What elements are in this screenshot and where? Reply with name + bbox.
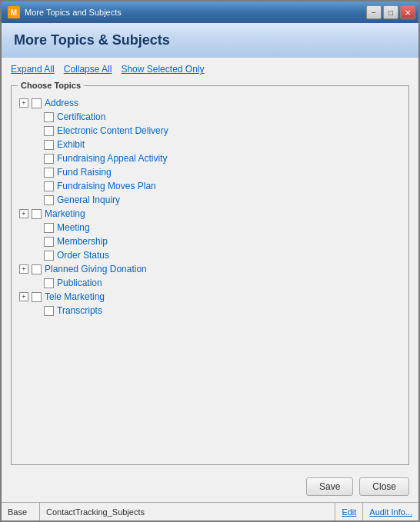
checkbox-membership[interactable] — [44, 237, 54, 247]
label-certification[interactable]: Certification — [57, 111, 105, 123]
status-bar: Base ContactTracking_Subjects Edit Audit… — [2, 502, 418, 520]
status-base-label: Base — [2, 503, 40, 520]
main-window: M More Topics and Subjects − □ ✕ More To… — [0, 0, 420, 522]
expand-placeholder — [32, 126, 41, 135]
tree-item-marketing: + Marketing — [18, 207, 402, 221]
tree-item-fundraising-appeal-activity: Fundraising Appeal Activity — [18, 151, 402, 165]
expand-placeholder — [32, 154, 41, 163]
tree-item-transcripts: Transcripts — [18, 304, 402, 318]
expand-placeholder — [32, 306, 41, 315]
button-bar: Save Close — [2, 471, 418, 502]
page-title: More Topics & Subjects — [14, 32, 406, 48]
checkbox-exhibit[interactable] — [44, 140, 54, 150]
collapse-all-link[interactable]: Collapse All — [64, 64, 112, 75]
expand-tele-marketing-button[interactable]: + — [19, 292, 28, 301]
checkbox-electronic-content-delivery[interactable] — [44, 126, 54, 136]
window-content: Expand All Collapse All Show Selected On… — [2, 58, 418, 471]
label-fund-raising[interactable]: Fund Raising — [57, 166, 112, 178]
label-address[interactable]: Address — [45, 97, 78, 109]
topics-fieldset: Choose Topics + Address Certification — [11, 81, 409, 465]
tree-item-tele-marketing: + Tele Marketing — [18, 290, 402, 304]
tree-item-planned-giving-donation: + Planned Giving Donation — [18, 262, 402, 276]
tree-item-meeting: Meeting — [18, 221, 402, 234]
checkbox-transcripts[interactable] — [44, 306, 54, 316]
title-bar-text: More Topics and Subjects — [25, 8, 122, 17]
tree-container: + Address Certification Electronic Conte… — [18, 93, 402, 321]
close-window-button[interactable]: ✕ — [400, 5, 415, 19]
checkbox-meeting[interactable] — [44, 223, 54, 233]
tree-item-fund-raising: Fund Raising — [18, 165, 402, 179]
tree-item-electronic-content-delivery: Electronic Content Delivery — [18, 124, 402, 138]
save-button[interactable]: Save — [306, 477, 353, 496]
window-header: More Topics & Subjects — [2, 23, 418, 58]
expand-placeholder — [32, 140, 41, 149]
label-publication[interactable]: Publication — [57, 277, 102, 289]
maximize-button[interactable]: □ — [383, 5, 398, 19]
label-transcripts[interactable]: Transcripts — [57, 304, 102, 317]
tree-item-exhibit: Exhibit — [18, 138, 402, 151]
tree-item-order-status: Order Status — [18, 248, 402, 262]
checkbox-planned-giving-donation[interactable] — [32, 264, 42, 274]
checkbox-tele-marketing[interactable] — [32, 292, 42, 302]
expand-placeholder — [32, 168, 41, 177]
checkbox-certification[interactable] — [44, 112, 54, 122]
label-marketing[interactable]: Marketing — [45, 208, 85, 220]
checkbox-fundraising-appeal-activity[interactable] — [44, 154, 54, 164]
tree-item-publication: Publication — [18, 276, 402, 290]
checkbox-fund-raising[interactable] — [44, 168, 54, 178]
expand-marketing-button[interactable]: + — [19, 209, 28, 218]
label-exhibit[interactable]: Exhibit — [57, 138, 85, 151]
status-audit-link[interactable]: Audit Info... — [363, 503, 418, 520]
title-bar: M More Topics and Subjects − □ ✕ — [2, 2, 418, 23]
expand-placeholder — [32, 251, 41, 260]
label-order-status[interactable]: Order Status — [57, 249, 109, 261]
tree-item-fundraising-moves-plan: Fundraising Moves Plan — [18, 179, 402, 193]
tree-item-membership: Membership — [18, 234, 402, 248]
label-tele-marketing[interactable]: Tele Marketing — [45, 291, 105, 303]
window-icon: M — [8, 6, 20, 18]
tree-item-general-inquiry: General Inquiry — [18, 193, 402, 207]
expand-all-link[interactable]: Expand All — [11, 64, 55, 75]
expand-address-button[interactable]: + — [19, 98, 28, 108]
title-bar-buttons: − □ ✕ — [366, 5, 415, 19]
checkbox-order-status[interactable] — [44, 251, 54, 261]
expand-placeholder — [32, 223, 41, 232]
action-bar: Expand All Collapse All Show Selected On… — [11, 64, 409, 75]
checkbox-fundraising-moves-plan[interactable] — [44, 181, 54, 191]
label-fundraising-appeal-activity[interactable]: Fundraising Appeal Activity — [57, 152, 167, 165]
checkbox-general-inquiry[interactable] — [44, 195, 54, 205]
minimize-button[interactable]: − — [366, 5, 382, 19]
status-name-value: ContactTracking_Subjects — [40, 503, 335, 520]
show-selected-only-link[interactable]: Show Selected Only — [121, 64, 204, 75]
expand-placeholder — [32, 181, 41, 191]
label-membership[interactable]: Membership — [57, 235, 108, 248]
checkbox-publication[interactable] — [44, 278, 54, 288]
label-general-inquiry[interactable]: General Inquiry — [57, 194, 120, 206]
close-button[interactable]: Close — [359, 477, 409, 496]
checkbox-address[interactable] — [32, 98, 42, 108]
tree-item-address: + Address — [18, 96, 402, 110]
label-electronic-content-delivery[interactable]: Electronic Content Delivery — [57, 125, 168, 137]
title-bar-left: M More Topics and Subjects — [8, 6, 132, 18]
label-planned-giving-donation[interactable]: Planned Giving Donation — [45, 263, 147, 275]
tree-item-certification: Certification — [18, 110, 402, 124]
label-fundraising-moves-plan[interactable]: Fundraising Moves Plan — [57, 180, 156, 192]
checkbox-marketing[interactable] — [32, 209, 42, 219]
expand-placeholder — [32, 112, 41, 121]
status-edit-link[interactable]: Edit — [335, 503, 363, 520]
topics-legend: Choose Topics — [18, 81, 84, 90]
label-meeting[interactable]: Meeting — [57, 221, 90, 234]
expand-placeholder — [32, 195, 41, 204]
expand-placeholder — [32, 278, 41, 288]
expand-placeholder — [32, 237, 41, 246]
expand-planned-giving-donation-button[interactable]: + — [19, 264, 28, 274]
